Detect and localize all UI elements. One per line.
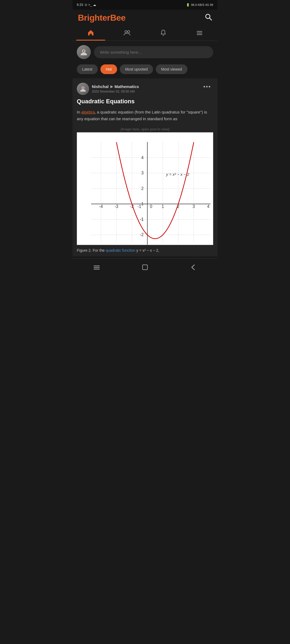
svg-rect-10 — [82, 87, 84, 89]
svg-point-3 — [128, 31, 130, 33]
svg-text:2: 2 — [141, 186, 144, 191]
author-name: Nishchal — [92, 84, 109, 89]
status-network: 98.0 KB/S 4G 99 — [191, 3, 213, 6]
svg-text:-1: -1 — [140, 217, 144, 221]
arrow-icon: ▶ — [110, 85, 113, 89]
post-timestamp: 2020 November 02, 09:50 AM — [92, 90, 139, 93]
bottom-nav — [73, 258, 218, 279]
svg-point-2 — [125, 31, 127, 33]
post-author-line: Nishchal ▶ Mathematics — [92, 84, 139, 89]
caption-prefix: Figure 2. For the — [77, 248, 106, 253]
post-card: Nishchal ▶ Mathematics 2020 November 02,… — [73, 78, 218, 256]
search-button[interactable] — [205, 13, 212, 23]
post-author-info: Nishchal ▶ Mathematics 2020 November 02,… — [77, 83, 139, 95]
filter-most-upvoted[interactable]: Most upvoted — [120, 64, 153, 74]
filter-latest[interactable]: Latest — [77, 64, 98, 74]
body-rest: , a quadratic equation (from the Latin q… — [77, 110, 207, 121]
tab-menu[interactable] — [181, 25, 218, 41]
bottom-nav-home[interactable] — [136, 262, 154, 274]
filter-most-viewed[interactable]: Most viewed — [156, 64, 187, 74]
filter-hot[interactable]: Hot — [100, 64, 117, 74]
svg-rect-46 — [143, 265, 147, 270]
caption-link[interactable]: quadratic function — [106, 248, 135, 253]
post-caption: Figure 2. For the quadratic function y =… — [77, 245, 213, 256]
post-meta: Nishchal ▶ Mathematics 2020 November 02,… — [92, 84, 139, 93]
post-title: Quadratic Equations — [77, 98, 213, 105]
user-avatar — [77, 45, 91, 59]
brand-logo: BrighterBee — [78, 13, 126, 23]
image-placeholder: [Image here, open post to view] — [77, 126, 213, 132]
caption-suffix: y = x² − x − 2, — [135, 248, 159, 253]
status-bar: 6:33 ⊙ >_ ☁ 🔋 98.0 KB/S 4G 99 — [73, 0, 218, 10]
svg-text:3: 3 — [141, 171, 144, 175]
post-header: Nishchal ▶ Mathematics 2020 November 02,… — [77, 83, 213, 95]
svg-text:0: 0 — [150, 204, 152, 209]
svg-rect-8 — [83, 50, 84, 52]
tab-home[interactable] — [73, 25, 109, 41]
svg-text:1: 1 — [141, 202, 144, 206]
post-body: In algebra, a quadratic equation (from t… — [77, 109, 213, 122]
composer-input[interactable] — [94, 46, 213, 58]
bottom-nav-menu[interactable] — [88, 262, 106, 274]
status-time: 6:33 — [77, 3, 83, 7]
svg-line-1 — [209, 18, 212, 20]
svg-text:3: 3 — [193, 204, 195, 209]
status-right: 🔋 98.0 KB/S 4G 99 — [186, 3, 213, 7]
svg-text:4: 4 — [141, 155, 144, 160]
category-name: Mathematics — [115, 84, 139, 89]
svg-text:-2: -2 — [140, 232, 144, 237]
tab-notifications[interactable] — [145, 25, 181, 41]
body-prefix: In — [77, 110, 81, 114]
svg-text:4: 4 — [207, 204, 209, 209]
svg-text:-3: -3 — [115, 204, 118, 209]
status-icons: ⊙ >_ ☁ — [85, 3, 96, 7]
graph-container: -4 -3 -2 -1 0 1 2 3 4 4 3 2 1 -1 -2 -1 y… — [77, 132, 213, 245]
post-author-avatar — [77, 83, 89, 95]
bottom-nav-back[interactable] — [184, 262, 202, 274]
more-options-button[interactable]: ••• — [201, 83, 213, 91]
body-link[interactable]: algebra — [81, 110, 95, 114]
app-header: BrighterBee — [73, 10, 218, 25]
tab-community[interactable] — [109, 25, 145, 41]
svg-text:-1: -1 — [137, 204, 141, 209]
svg-text:1: 1 — [162, 204, 164, 209]
nav-tabs — [73, 25, 218, 41]
svg-text:-4: -4 — [99, 204, 103, 209]
post-composer — [73, 41, 218, 62]
status-left: 6:33 ⊙ >_ ☁ — [77, 3, 96, 7]
filter-tabs: Latest Hot Most upvoted Most viewed — [73, 62, 218, 78]
